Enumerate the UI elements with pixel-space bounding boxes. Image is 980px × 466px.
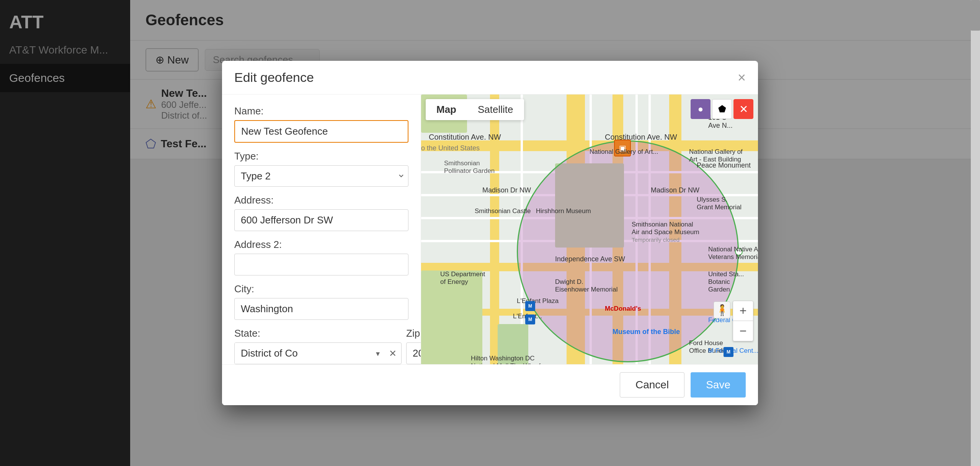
- city-group: City: document.querySelector('[data-name…: [234, 283, 408, 320]
- modal-header: Edit geofence ×: [222, 61, 758, 95]
- state-input[interactable]: [235, 343, 371, 364]
- zip-input[interactable]: [406, 342, 421, 364]
- name-group: Name: document.querySelector('[data-name…: [234, 105, 408, 143]
- address-label: Address:: [234, 194, 408, 206]
- scrollbar-thumb: [971, 0, 980, 31]
- city-label: City:: [234, 283, 408, 295]
- zip-container: Zip: document.querySelector('[data-name=…: [406, 328, 421, 364]
- scrollbar-right[interactable]: [971, 0, 980, 466]
- modal-title: Edit geofence: [234, 70, 314, 85]
- state-container: State: ▾ ✕: [234, 328, 402, 364]
- zip-label: Zip:: [406, 328, 421, 339]
- marker-icon: ▣: [619, 143, 626, 153]
- address2-group: Address 2:: [234, 239, 408, 275]
- map-toolbar: ● ⬟ ✕: [691, 99, 753, 119]
- type-select[interactable]: Type 2: [234, 165, 408, 187]
- state-dropdown-icon[interactable]: ▾: [371, 349, 384, 358]
- zoom-out-button[interactable]: −: [733, 321, 753, 341]
- save-button[interactable]: Save: [691, 372, 746, 398]
- road-v1: [490, 95, 499, 364]
- type-label: Type:: [234, 150, 408, 162]
- peace-monument-label: Peace Monument: [697, 161, 751, 169]
- geofence-circle[interactable]: [517, 140, 739, 362]
- resize-handle[interactable]: [735, 248, 743, 256]
- metro-marker-2: M: [525, 314, 535, 324]
- address2-input[interactable]: [234, 254, 408, 275]
- geofence-marker[interactable]: ▣: [614, 140, 631, 156]
- address2-label: Address 2:: [234, 239, 408, 251]
- map-zoom-controls: + −: [733, 301, 753, 341]
- state-zip-row: State: ▾ ✕ Zip: document.querySelector('…: [234, 328, 408, 364]
- name-input[interactable]: [234, 120, 408, 143]
- form-panel: Name: document.querySelector('[data-name…: [222, 95, 421, 364]
- map-tabs: Map Satellite: [426, 99, 524, 120]
- city-input[interactable]: [234, 298, 408, 320]
- modal-body: Name: document.querySelector('[data-name…: [222, 95, 758, 364]
- park-3: [421, 270, 482, 364]
- cancel-button[interactable]: Cancel: [620, 372, 684, 398]
- metro-marker-1: M: [525, 301, 535, 311]
- address-input[interactable]: [234, 209, 408, 231]
- polygon-tool-button[interactable]: ⬟: [712, 99, 732, 119]
- tab-map[interactable]: Map: [426, 99, 467, 120]
- state-input-wrapper: ▾ ✕: [234, 342, 402, 364]
- street-view-control[interactable]: 🧍: [714, 301, 730, 318]
- polygon-tool-icon: ⬟: [718, 104, 726, 114]
- zoom-in-button[interactable]: +: [733, 301, 753, 321]
- metro-marker-3: M: [724, 347, 733, 357]
- modal-close-button[interactable]: ×: [738, 71, 746, 85]
- state-label: State:: [234, 328, 402, 339]
- circle-tool-icon: ●: [698, 104, 704, 114]
- clear-drawing-button[interactable]: ✕: [733, 99, 753, 119]
- circle-tool-button[interactable]: ●: [691, 99, 710, 119]
- map-background: ▣ Constitution Ave. NW Constitution Ave.…: [421, 95, 758, 364]
- park-4: [498, 324, 528, 364]
- name-label: Name:: [234, 105, 408, 117]
- state-clear-button[interactable]: ✕: [384, 348, 401, 359]
- modal-footer: Cancel Save: [222, 364, 758, 405]
- close-drawing-icon: ✕: [739, 103, 748, 116]
- type-group: Type: Type 2: [234, 150, 408, 187]
- map-panel: ▣ Constitution Ave. NW Constitution Ave.…: [421, 95, 758, 364]
- tab-satellite[interactable]: Satellite: [467, 99, 524, 120]
- address-group: Address: document.querySelector('[data-n…: [234, 194, 408, 231]
- edit-geofence-modal: Edit geofence × Name: document.querySele…: [222, 61, 758, 405]
